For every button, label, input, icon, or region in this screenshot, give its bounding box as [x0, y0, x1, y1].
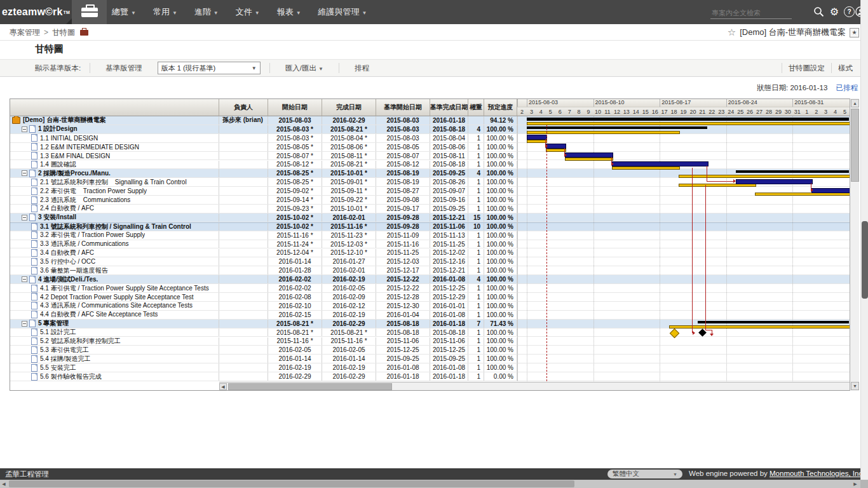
- task-row[interactable]: 5.3 牽引供電完工2016-02-052016-02-052015-12-25…: [10, 346, 850, 355]
- task-row[interactable]: 5.4 採購/製造完工2016-01-142016-01-142015-09-2…: [10, 355, 850, 363]
- grid-horizontal-scrollbar[interactable]: ◀: [219, 382, 850, 390]
- gantt-bar-actual[interactable]: [736, 179, 813, 184]
- task-row[interactable]: 5.2 號誌系統和列車控制完工2015-11-16 *2015-11-16 *2…: [10, 337, 850, 346]
- task-row[interactable]: 2.2 牽引供電 Traction Power Supply2015-09-02…: [10, 187, 850, 196]
- scroll-right-arrow[interactable]: ▶: [851, 480, 859, 487]
- scroll-left-arrow[interactable]: ◀: [0, 480, 8, 487]
- column-header[interactable]: 完成日期: [322, 98, 376, 116]
- task-row[interactable]: 3.4 自動收費 / AFC2015-12-04 *2015-12-10 *20…: [10, 249, 850, 258]
- grid-vertical-scrollbar[interactable]: ▲ ▼: [850, 98, 859, 391]
- language-select[interactable]: 繁體中文 ▼: [607, 470, 682, 478]
- task-row[interactable]: 5.5 安裝完工2016-02-192016-02-192016-01-0820…: [10, 363, 850, 372]
- task-row[interactable]: 3.3 通訊系統 / Communications2015-11-24 *201…: [10, 240, 850, 249]
- task-row[interactable]: 1.1 INITIAL DESIGN2015-08-03 *2015-08-04…: [10, 134, 850, 143]
- schedule-button[interactable]: 排程: [348, 64, 376, 73]
- app-logo[interactable]: ezteamw©rkTM: [0, 0, 72, 24]
- breadcrumb-section[interactable]: 專案管理: [10, 28, 40, 37]
- task-row[interactable]: 3.5 行控中心 / OCC2016-01-142016-01-272015-1…: [10, 257, 850, 266]
- column-header[interactable]: 開始日期: [268, 98, 322, 116]
- browser-horizontal-scrollbar[interactable]: ◀ ▶: [0, 480, 868, 488]
- browser-vertical-scrollbar[interactable]: [860, 0, 868, 480]
- scroll-up-arrow[interactable]: ▲: [851, 99, 859, 107]
- column-header[interactable]: 負責人: [219, 98, 268, 116]
- gantt-bar-baseline[interactable]: [527, 122, 850, 125]
- gantt-settings-button[interactable]: 甘特圖設定: [782, 64, 832, 73]
- import-export-button[interactable]: 匯入/匯出 ▼: [279, 64, 330, 73]
- powered-by-link[interactable]: Monmouth Technologies, Inc.: [770, 470, 864, 477]
- browser-vscroll-thumb[interactable]: [862, 221, 868, 299]
- menu-item[interactable]: 維護與管理▼: [318, 6, 367, 18]
- task-row[interactable]: 1.3 E&M FINAL DESIGN2015-08-07 *2015-08-…: [10, 152, 850, 161]
- column-header[interactable]: 權重: [468, 98, 484, 116]
- gantt-bar-baseline[interactable]: [527, 140, 547, 143]
- grid-hscroll-thumb[interactable]: [228, 383, 392, 390]
- task-row[interactable]: 1.2 E&M INTERMEDIATE DESIGN2015-08-05 *2…: [10, 143, 850, 152]
- grid-cell: 1: [468, 249, 484, 257]
- grid-cell: [219, 125, 268, 133]
- gantt-bar-actual[interactable]: [612, 161, 708, 166]
- gantt-bar-baseline[interactable]: [669, 325, 850, 329]
- style-button[interactable]: 樣式: [832, 64, 859, 73]
- column-header[interactable]: 基準完成日期: [430, 98, 468, 116]
- collapse-expander-icon[interactable]: [22, 321, 27, 327]
- menu-item[interactable]: 報表▼: [277, 6, 301, 18]
- gantt-bar-actual[interactable]: [527, 135, 547, 140]
- gantt-bar-actual[interactable]: [546, 144, 566, 149]
- task-row[interactable]: 5.1 設計完工2015-08-21 *2015-08-21 *2015-08-…: [10, 329, 850, 337]
- task-row[interactable]: 5.6 製作驗收報告完成2016-02-292016-02-292016-01-…: [10, 372, 850, 381]
- gantt-bar-baseline[interactable]: [679, 184, 756, 187]
- gantt-bar-baseline[interactable]: [565, 158, 614, 161]
- gantt-bar-baseline[interactable]: [546, 149, 566, 152]
- scheduled-link[interactable]: 已排程: [836, 84, 858, 92]
- gantt-bar-baseline[interactable]: [679, 175, 850, 178]
- collapse-expander-icon[interactable]: [22, 215, 27, 220]
- task-row[interactable]: 4.1 牽引供電 / Traction Power Supply Site Ac…: [10, 284, 850, 293]
- task-row[interactable]: 4.4 自動收費 / AFC Site Acceptance Tests2016…: [10, 311, 850, 320]
- task-row[interactable]: 3.2 牽引供電 / Traction Power Supply2015-11-…: [10, 231, 850, 240]
- collapse-expander-icon[interactable]: [22, 126, 27, 132]
- project-star-badge-icon[interactable]: ★: [850, 28, 859, 37]
- task-row[interactable]: 2.4 自動收費 / AFC2015-09-23 *2015-10-01 *20…: [10, 205, 850, 214]
- task-row[interactable]: 4.2 Depot Traction Power Supply Site Acc…: [10, 293, 850, 302]
- baseline-manage-button[interactable]: 基準版管理: [99, 64, 149, 73]
- task-row[interactable]: 4 進場/測試Deli./Tes.2016-02-022016-02-19201…: [10, 275, 850, 284]
- gantt-bar-actual[interactable]: [811, 188, 850, 193]
- scroll-left-arrow[interactable]: ◀: [219, 383, 227, 390]
- gantt-bar-summary[interactable]: [527, 118, 849, 121]
- search-input[interactable]: [710, 6, 794, 20]
- gantt-bar-actual[interactable]: [565, 152, 614, 158]
- task-row[interactable]: 4.3 通訊系統 / Communications Site Acceptanc…: [10, 302, 850, 311]
- menu-item[interactable]: 進階▼: [194, 6, 219, 18]
- browser-hscroll-thumb[interactable]: [9, 480, 574, 487]
- gantt-bar-summary[interactable]: [698, 321, 849, 323]
- menu-item[interactable]: 文件▼: [236, 6, 260, 18]
- column-header[interactable]: 預定進度: [484, 98, 517, 116]
- baseline-version-select[interactable]: 版本 1 (現行基準)▼: [158, 62, 261, 74]
- favorite-star-icon[interactable]: ☆: [728, 27, 736, 38]
- chevron-down-icon: ▼: [296, 10, 301, 16]
- column-header-name[interactable]: [10, 98, 219, 116]
- workspace-button[interactable]: [72, 0, 107, 24]
- gear-icon[interactable]: ⚙: [829, 6, 840, 18]
- collapse-expander-icon[interactable]: [22, 170, 27, 176]
- gantt-bar-baseline[interactable]: [527, 131, 680, 134]
- task-row[interactable]: 2.3 通訊系統 Communications2015-09-14 *2015-…: [10, 196, 850, 205]
- gantt-bar-baseline[interactable]: [755, 193, 850, 196]
- task-row[interactable]: 3.1 號誌系統和列車控制 / Signalling & Train Contr…: [10, 222, 850, 231]
- search-icon[interactable]: [813, 6, 825, 18]
- column-header[interactable]: 基準開始日期: [376, 98, 430, 116]
- menu-item[interactable]: 總覽▼: [112, 6, 136, 18]
- gantt-bar-summary[interactable]: [527, 126, 707, 129]
- gantt-bar-summary[interactable]: [736, 170, 849, 173]
- task-name-cell: 1.4 圖說確認: [10, 161, 219, 169]
- collapse-expander-icon[interactable]: [22, 276, 27, 282]
- grid-vscroll-thumb[interactable]: [851, 109, 859, 182]
- menu-item[interactable]: 常用▼: [153, 6, 177, 18]
- help-icon[interactable]: ?: [844, 6, 855, 18]
- gantt-bar-baseline[interactable]: [612, 166, 680, 170]
- task-row[interactable]: 1 設計Design2015-08-03 *2015-08-21 *2015-0…: [10, 125, 850, 134]
- task-row[interactable]: 3 安裝/Install2015-10-02 *2016-02-012015-0…: [10, 214, 850, 222]
- scroll-down-arrow[interactable]: ▼: [851, 382, 859, 390]
- task-row[interactable]: 3.6 彙整第一期進度報告2016-01-282016-02-012015-12…: [10, 266, 850, 275]
- task-row[interactable]: 1.4 圖說確認2015-08-12 *2015-08-21 *2015-08-…: [10, 161, 850, 170]
